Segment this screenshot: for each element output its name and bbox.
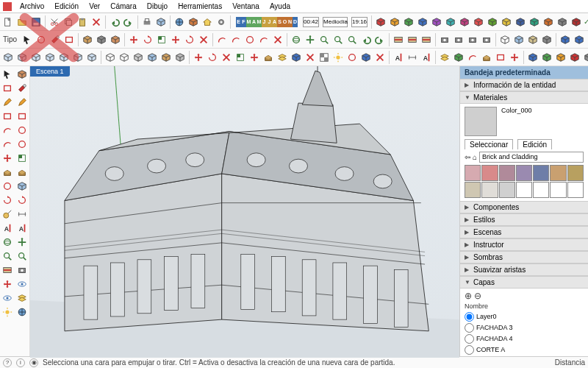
- materials-category-combo[interactable]: Brick and Cladding: [479, 152, 584, 163]
- curve-tool-3[interactable]: [257, 33, 270, 46]
- material-swatch-2[interactable]: [499, 165, 515, 181]
- curve-tool-4[interactable]: [271, 33, 284, 46]
- ext-tool-b13[interactable]: [373, 51, 387, 64]
- ext-tool-b12[interactable]: [359, 51, 373, 64]
- ext-tool-a0[interactable]: [559, 33, 572, 46]
- undo-icon[interactable]: [108, 15, 121, 29]
- ext-tool-b8[interactable]: [304, 51, 317, 64]
- section-fill-icon[interactable]: [420, 33, 433, 46]
- position-camera-icon[interactable]: [452, 33, 465, 46]
- look-around-icon[interactable]: [480, 33, 493, 46]
- current-material-swatch[interactable]: [465, 107, 497, 136]
- zoom-tool[interactable]: [1, 250, 14, 263]
- shadow-time-t2[interactable]: Mediodía: [323, 17, 348, 27]
- circle-tool[interactable]: [15, 124, 29, 137]
- section-tool[interactable]: [1, 263, 14, 277]
- panel-componentes[interactable]: ▶Componentes: [460, 201, 588, 213]
- hidden-line-icon[interactable]: [132, 51, 145, 64]
- ext-tool-c3[interactable]: [568, 51, 581, 64]
- delete-icon[interactable]: [90, 15, 103, 29]
- tape-tool[interactable]: [1, 208, 14, 221]
- eraser-icon[interactable]: [62, 33, 76, 46]
- plugin-icon-3[interactable]: [416, 15, 429, 29]
- material-swatch-12[interactable]: [550, 182, 566, 198]
- ext-tool-b1[interactable]: [206, 51, 219, 64]
- front-icon[interactable]: [29, 51, 43, 64]
- materials-back-icon[interactable]: ⇦: [465, 153, 470, 161]
- materials-home-icon[interactable]: ⌂: [473, 153, 477, 161]
- section-icon[interactable]: [392, 33, 405, 46]
- globe-tool[interactable]: [15, 305, 29, 319]
- plugin-icon-9[interactable]: [500, 15, 513, 29]
- plugin-icon-11[interactable]: [528, 15, 541, 29]
- layer-row[interactable]: FACHADA 3: [465, 322, 584, 333]
- left-icon[interactable]: [71, 51, 85, 64]
- position-camera[interactable]: [15, 263, 29, 277]
- previous-view-icon[interactable]: [359, 33, 373, 46]
- arc-tool[interactable]: [1, 124, 14, 137]
- layers-remove-icon[interactable]: ⊖: [474, 291, 481, 301]
- ext-tool-b7[interactable]: [290, 51, 303, 64]
- layer-visible-check[interactable]: ✓: [584, 18, 588, 26]
- material-swatch-5[interactable]: [550, 165, 566, 181]
- style1-icon[interactable]: [498, 33, 512, 46]
- protractor[interactable]: [15, 194, 29, 207]
- pan-tool[interactable]: [15, 236, 29, 249]
- open-file-icon[interactable]: [15, 15, 29, 29]
- axes-tool[interactable]: [1, 277, 14, 291]
- materials-tab-edit[interactable]: Edición: [517, 139, 552, 149]
- status-user-icon[interactable]: ◉: [29, 358, 38, 367]
- curve-tool-2[interactable]: [243, 33, 257, 46]
- gear-icon[interactable]: [215, 15, 228, 29]
- sandbox-icon-1[interactable]: [452, 51, 465, 64]
- panel-instructor[interactable]: ▶Instructor: [460, 238, 588, 251]
- plugin-icon-6[interactable]: [458, 15, 471, 29]
- plugin-icon-10[interactable]: [514, 15, 527, 29]
- new-file-icon[interactable]: [1, 15, 15, 29]
- layer-row[interactable]: Layer0: [465, 311, 584, 322]
- panel-entity-info[interactable]: ▶Información de la entidad: [460, 79, 588, 91]
- ext-tool-b0[interactable]: [192, 51, 205, 64]
- next-view-icon[interactable]: [373, 33, 387, 46]
- style3-icon[interactable]: [526, 33, 539, 46]
- material-swatch-8[interactable]: [481, 182, 498, 198]
- group-edit-icon[interactable]: [109, 33, 122, 46]
- viewport-3d[interactable]: Escena 1: [30, 66, 459, 356]
- layers-tool[interactable]: [15, 291, 29, 305]
- plugin-icon-12[interactable]: [542, 15, 555, 29]
- extensions-icon[interactable]: [187, 15, 200, 29]
- paste-icon[interactable]: [76, 15, 89, 29]
- sandbox-icon-2[interactable]: [466, 51, 479, 64]
- ext-tool-a1[interactable]: [573, 33, 586, 46]
- polygon-tool[interactable]: [15, 138, 29, 151]
- print-icon[interactable]: [140, 15, 154, 29]
- plugin-icon-13[interactable]: [556, 15, 569, 29]
- dimension-tool[interactable]: [15, 208, 29, 221]
- redo-icon[interactable]: [122, 15, 135, 29]
- menu-ventana[interactable]: Ventana: [227, 1, 265, 12]
- plugin-icon-2[interactable]: [402, 15, 415, 29]
- right-icon[interactable]: [43, 51, 57, 64]
- pan-icon[interactable]: [304, 33, 317, 46]
- ext-tool-b2[interactable]: [220, 51, 233, 64]
- save-file-icon[interactable]: [29, 15, 43, 29]
- rotated-rect[interactable]: [15, 110, 29, 123]
- ext-tool-c4[interactable]: [582, 51, 588, 64]
- status-help-icon[interactable]: ?: [3, 358, 12, 367]
- back-icon[interactable]: [57, 51, 71, 64]
- bottom-icon[interactable]: [85, 51, 98, 64]
- ext-tool-c1[interactable]: [540, 51, 553, 64]
- material-swatch-11[interactable]: [533, 182, 549, 198]
- paint-bucket[interactable]: [15, 82, 29, 95]
- freehand-tool[interactable]: [1, 138, 14, 151]
- shadow-time-t3[interactable]: 19:16: [351, 17, 368, 27]
- panel-estilos[interactable]: ▶Estilos: [460, 213, 588, 226]
- offset-tool[interactable]: [1, 180, 14, 193]
- plugin-icon-4[interactable]: [430, 15, 443, 29]
- text-tool[interactable]: A: [1, 222, 14, 235]
- transform-icon-1[interactable]: [141, 33, 154, 46]
- walk-icon[interactable]: [466, 33, 479, 46]
- lasso-icon[interactable]: [35, 33, 48, 46]
- pencil-tool[interactable]: [15, 96, 29, 109]
- orbit-icon[interactable]: [290, 33, 303, 46]
